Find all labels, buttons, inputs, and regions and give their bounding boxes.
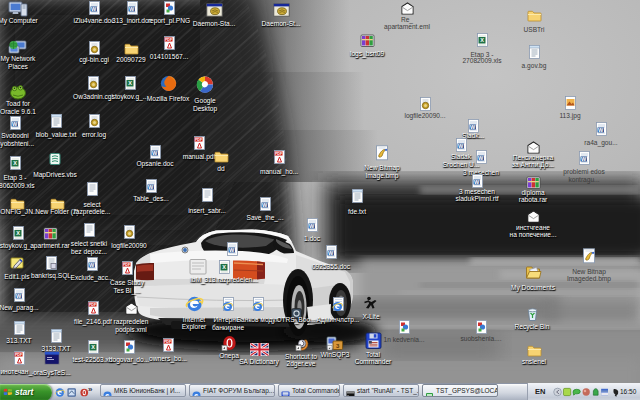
svg-text:PDF: PDF xyxy=(165,38,173,42)
svg-text:X: X xyxy=(16,230,20,236)
svg-text:PDF: PDF xyxy=(195,138,203,142)
svg-text:W: W xyxy=(598,127,604,133)
svg-text:W: W xyxy=(474,179,480,185)
svg-text:X: X xyxy=(222,264,226,270)
svg-text:PDF: PDF xyxy=(89,303,97,307)
svg-text:W: W xyxy=(328,250,334,256)
svg-text:X: X xyxy=(91,344,95,350)
svg-text:W: W xyxy=(458,143,464,149)
svg-text:W: W xyxy=(478,155,484,161)
svg-text:W: W xyxy=(229,247,235,253)
svg-text:W: W xyxy=(262,202,268,208)
svg-text:X: X xyxy=(128,80,132,86)
svg-text:W: W xyxy=(148,184,154,190)
svg-text:PDF: PDF xyxy=(164,340,172,344)
svg-text:X: X xyxy=(13,160,17,166)
svg-text:X: X xyxy=(480,37,484,43)
svg-text:W: W xyxy=(309,223,315,229)
svg-text:PDF: PDF xyxy=(15,353,23,357)
svg-text:PDF: PDF xyxy=(123,263,131,267)
svg-text:W: W xyxy=(129,6,135,12)
svg-text:W: W xyxy=(581,156,587,162)
svg-text:PDF: PDF xyxy=(275,152,283,156)
svg-text:W: W xyxy=(16,293,22,299)
svg-text:W: W xyxy=(89,262,95,268)
svg-text:W: W xyxy=(12,121,18,127)
svg-text:W: W xyxy=(91,6,97,12)
svg-text:W: W xyxy=(470,124,476,130)
